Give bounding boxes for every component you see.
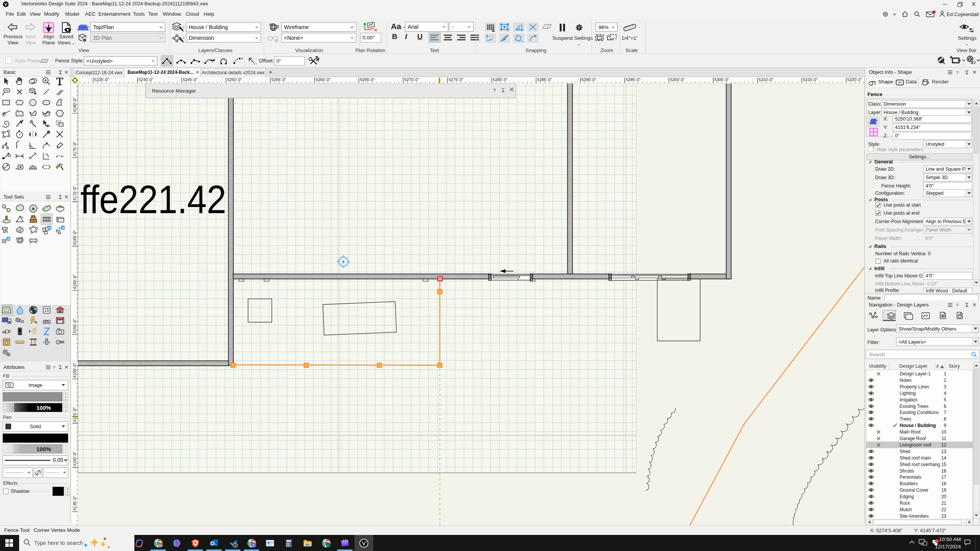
svg-text:5250'-0": 5250'-0"	[227, 77, 242, 82]
svg-text:?: ?	[53, 365, 55, 370]
svg-text:4170'-0": 4170'-0"	[72, 186, 77, 201]
svg-text:5305'-0": 5305'-0"	[714, 77, 729, 82]
svg-text:P: P	[62, 226, 64, 230]
svg-text:5290'-0": 5290'-0"	[581, 77, 596, 82]
svg-text:4145'-0": 4145'-0"	[72, 407, 77, 422]
svg-text:P: P	[48, 226, 51, 230]
svg-text:4155'-0": 4155'-0"	[72, 319, 77, 334]
svg-text:5280'-0": 5280'-0"	[493, 77, 508, 82]
svg-text:4175'-0": 4175'-0"	[72, 142, 77, 156]
svg-text:5300'-0": 5300'-0"	[670, 77, 685, 82]
svg-text:4165'-0": 4165'-0"	[72, 230, 77, 245]
svg-text:V: V	[969, 57, 972, 61]
svg-text:ffe221.42: ffe221.42	[80, 177, 226, 222]
svg-text:5270'-0": 5270'-0"	[404, 77, 419, 82]
svg-text:4150'-0": 4150'-0"	[72, 363, 77, 378]
svg-text:?: ?	[956, 303, 959, 308]
svg-text:L: L	[327, 544, 329, 547]
svg-text:5255'-0": 5255'-0"	[271, 77, 286, 82]
svg-text:E: E	[253, 543, 255, 547]
svg-text:4140'-0": 4140'-0"	[72, 452, 77, 466]
svg-text:P: P	[7, 237, 10, 241]
svg-text:5295'-0": 5295'-0"	[626, 77, 641, 82]
svg-text:5315'-0": 5315'-0"	[803, 77, 818, 82]
svg-text:?: ?	[493, 88, 496, 93]
svg-text:5260'-0": 5260'-0"	[316, 77, 331, 82]
svg-text:Resource Manager: Resource Manager	[152, 88, 196, 94]
svg-text:5265'-0": 5265'-0"	[360, 77, 375, 82]
svg-text:Ed: Ed	[158, 544, 162, 547]
svg-text:2: 2	[234, 543, 236, 547]
svg-text:4160'-0": 4160'-0"	[72, 274, 77, 289]
svg-text:5245'-0": 5245'-0"	[183, 77, 198, 82]
svg-text:%: %	[20, 215, 23, 219]
svg-text:5285'-0": 5285'-0"	[537, 77, 552, 82]
svg-text:5275'-0": 5275'-0"	[449, 77, 464, 82]
svg-text:5235'-0": 5235'-0"	[94, 77, 109, 82]
svg-text:?: ?	[956, 70, 959, 75]
svg-text:5320'-0": 5320'-0"	[847, 77, 862, 82]
svg-text:5310'-0": 5310'-0"	[759, 77, 774, 82]
svg-text:4135'-0": 4135'-0"	[72, 496, 77, 511]
svg-text:4180'-0": 4180'-0"	[72, 97, 77, 112]
svg-text:5240'-0": 5240'-0"	[139, 77, 154, 82]
